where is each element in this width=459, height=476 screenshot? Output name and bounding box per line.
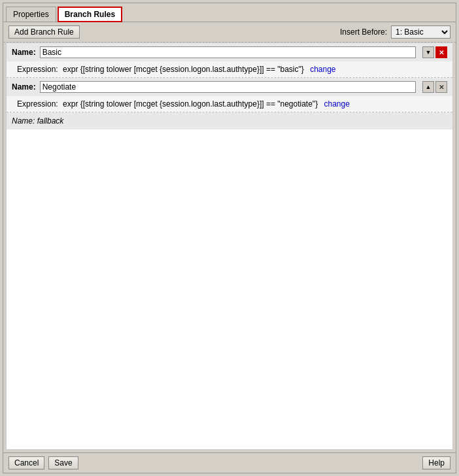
rule-1-change-link[interactable]: change	[310, 65, 335, 74]
rule-2-expression: Expression: expr {[string tolower [mcget…	[7, 96, 452, 112]
toolbar: Add Branch Rule Insert Before: 1: Basic …	[3, 22, 456, 42]
rule-1-buttons: ▼ ✕	[422, 46, 447, 58]
toolbar-left: Add Branch Rule	[8, 26, 80, 39]
insert-before-label: Insert Before:	[340, 27, 387, 37]
rule-2-name-input[interactable]	[40, 81, 416, 93]
rule-1-expression: Expression: expr {[string tolower [mcget…	[7, 61, 452, 77]
save-button[interactable]: Save	[48, 456, 78, 469]
rule-2-header: Name: ▲ ✕	[7, 78, 452, 96]
rule-2-expression-text: expr {[string tolower [mcget {session.lo…	[63, 99, 318, 109]
tab-branch-rules[interactable]: Branch Rules	[58, 7, 122, 22]
rule-1-expression-prefix: Expression:	[17, 65, 58, 74]
tab-properties[interactable]: Properties	[6, 7, 56, 22]
rule-1-name-input[interactable]	[40, 46, 416, 58]
insert-before-select[interactable]: 1: Basic 2: Negotiate 3: fallback	[391, 26, 450, 39]
fallback-label: Name: fallback	[12, 116, 63, 126]
rule-1-move-down-button[interactable]: ▼	[422, 46, 434, 58]
fallback-row: Name: fallback	[7, 112, 452, 129]
main-window: Properties Branch Rules Add Branch Rule …	[3, 3, 456, 473]
rule-2-section: Name: ▲ ✕ Expression: expr {[string tolo…	[7, 78, 452, 112]
tab-bar: Properties Branch Rules	[3, 3, 456, 22]
bottom-bar-right: Help	[422, 456, 450, 469]
rule-2-buttons: ▲ ✕	[422, 81, 447, 93]
cancel-button[interactable]: Cancel	[8, 456, 44, 469]
main-content: Name: ▼ ✕ Expression: expr {[string tolo…	[6, 42, 453, 450]
rule-2-move-up-button[interactable]: ▲	[422, 81, 434, 93]
rule-2-change-link[interactable]: change	[324, 99, 349, 109]
rule-2-delete-button[interactable]: ✕	[435, 81, 447, 93]
rule-1-name-label: Name:	[12, 48, 36, 57]
toolbar-right: Insert Before: 1: Basic 2: Negotiate 3: …	[340, 26, 450, 39]
rule-1-section: Name: ▼ ✕ Expression: expr {[string tolo…	[7, 43, 452, 78]
rule-2-expression-prefix: Expression:	[17, 99, 58, 109]
rule-1-expression-text: expr {[string tolower [mcget {session.lo…	[63, 65, 304, 74]
add-branch-rule-button[interactable]: Add Branch Rule	[8, 26, 80, 39]
rule-1-delete-button[interactable]: ✕	[435, 46, 447, 58]
help-button[interactable]: Help	[422, 456, 450, 469]
bottom-bar: Cancel Save Help	[3, 452, 456, 473]
rule-1-header: Name: ▼ ✕	[7, 43, 452, 61]
rule-2-name-label: Name:	[12, 82, 36, 92]
bottom-bar-left: Cancel Save	[8, 456, 78, 469]
